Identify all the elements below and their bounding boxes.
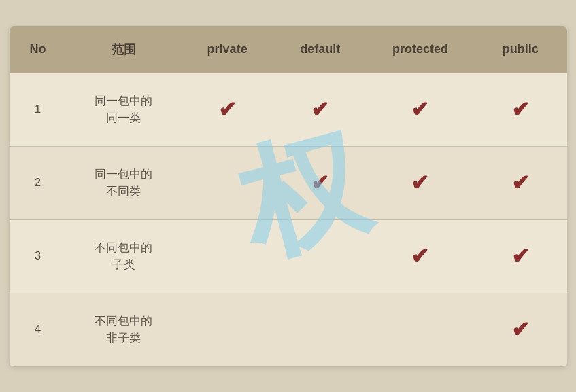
- table-row: 2 同一包中的不同类 ✔ ✔ ✔: [10, 146, 567, 219]
- table-row: 1 同一包中的同一类 ✔ ✔ ✔ ✔: [10, 73, 567, 146]
- header-fanwei: 范围: [67, 26, 181, 73]
- cell-private-3: [181, 219, 274, 293]
- table-header-row: No 范围 private default protected public: [10, 26, 567, 73]
- cell-no-1: 1: [10, 73, 67, 146]
- header-private: private: [181, 26, 274, 73]
- check-icon: ✔: [511, 245, 530, 267]
- cell-private-2: [181, 146, 274, 219]
- cell-private-1: ✔: [181, 73, 274, 146]
- table-row: 3 不同包中的子类 ✔ ✔: [10, 219, 567, 293]
- header-protected: protected: [367, 26, 474, 73]
- check-icon: ✔: [311, 99, 329, 120]
- cell-default-1: ✔: [273, 73, 367, 146]
- cell-no-4: 4: [10, 293, 67, 366]
- cell-fanwei-1: 同一包中的同一类: [67, 73, 181, 146]
- cell-public-4: ✔: [474, 293, 567, 366]
- cell-fanwei-2: 同一包中的不同类: [67, 146, 181, 219]
- cell-default-3: [273, 219, 367, 293]
- check-icon: ✔: [411, 172, 429, 194]
- cell-protected-3: ✔: [367, 219, 474, 293]
- header-no: No: [10, 26, 67, 73]
- check-icon: ✔: [411, 99, 429, 120]
- check-icon: ✔: [511, 319, 530, 340]
- cell-no-2: 2: [10, 146, 67, 219]
- cell-fanwei-3: 不同包中的子类: [67, 219, 181, 293]
- check-icon: ✔: [411, 245, 429, 267]
- cell-no-3: 3: [10, 219, 67, 293]
- table-row: 4 不同包中的非子类 ✔: [10, 293, 567, 366]
- cell-protected-4: [367, 293, 474, 366]
- check-icon: ✔: [511, 99, 530, 120]
- cell-public-3: ✔: [474, 219, 567, 293]
- cell-public-1: ✔: [474, 73, 567, 146]
- check-icon: ✔: [218, 99, 237, 120]
- check-icon: ✔: [511, 172, 530, 194]
- cell-protected-2: ✔: [367, 146, 474, 219]
- cell-default-4: [273, 293, 367, 366]
- cell-default-2: ✔: [273, 146, 367, 219]
- check-icon: ✔: [311, 172, 329, 194]
- header-public: public: [474, 26, 567, 73]
- header-default: default: [273, 26, 367, 73]
- cell-fanwei-4: 不同包中的非子类: [67, 293, 181, 366]
- cell-private-4: [181, 293, 274, 366]
- access-modifier-table: No 范围 private default protected public 1…: [10, 26, 567, 366]
- cell-protected-1: ✔: [367, 73, 474, 146]
- cell-public-2: ✔: [474, 146, 567, 219]
